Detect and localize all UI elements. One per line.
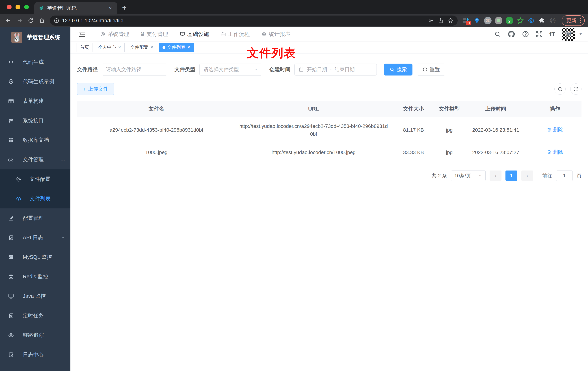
current-page[interactable]: 1 xyxy=(505,170,517,181)
pagination: 共 2 条 10条/页 ﹀ ‹ 1 › 前往 页 xyxy=(77,170,581,181)
password-key-icon[interactable] xyxy=(428,18,434,23)
bookmark-star-icon[interactable] xyxy=(448,18,454,24)
extension-recorder-icon[interactable] xyxy=(494,16,503,25)
table-refresh-icon[interactable] xyxy=(570,84,581,95)
home-icon[interactable] xyxy=(37,16,47,26)
eye-icon xyxy=(8,332,14,338)
extension-y-icon[interactable]: y xyxy=(505,16,514,25)
next-page-button[interactable]: › xyxy=(521,170,533,181)
shield-check-icon xyxy=(8,79,14,85)
cell-size: 33.33 KB xyxy=(391,143,436,162)
address-bar[interactable]: 127.0.0.1:1024/infra/file/file xyxy=(50,16,458,26)
delete-button[interactable]: 删除 xyxy=(547,148,563,156)
tag-home[interactable]: 首页 xyxy=(77,43,93,52)
extension-pin-icon[interactable] xyxy=(473,16,481,25)
extension-workona-icon[interactable]: 11 xyxy=(462,16,470,25)
date-start-placeholder[interactable]: 开始日期 xyxy=(307,66,327,73)
extension-star-icon[interactable] xyxy=(516,16,525,25)
cloud-download-icon xyxy=(8,157,14,163)
sidebar-item-mysql-monitor[interactable]: MySQL 监控 xyxy=(0,247,70,267)
sidebar-item-tracing[interactable]: 链路追踪 xyxy=(0,326,70,345)
tag-profile[interactable]: 个人中心✕ xyxy=(95,43,125,52)
help-icon[interactable] xyxy=(522,31,529,38)
close-icon[interactable]: ✕ xyxy=(118,45,121,50)
sidebar-item-system-api[interactable]: 系统接口 xyxy=(0,111,70,130)
plus-icon: + xyxy=(83,86,86,92)
reset-button[interactable]: 重置 xyxy=(417,64,445,75)
fullscreen-icon[interactable] xyxy=(536,31,543,38)
file-type-select[interactable]: 请选择文件类型 ﹀ xyxy=(199,64,262,75)
extension-emoji-icon[interactable]: 😃 xyxy=(549,16,557,25)
nav-workflow[interactable]: 工作流程 xyxy=(215,27,255,41)
monitor-check-icon xyxy=(180,32,185,37)
sidebar-menu: 代码生成 代码生成示例 表单构建 系统接口 数据库文档 文件管理 ︿ xyxy=(0,52,70,364)
font-size-icon[interactable]: tT xyxy=(549,31,555,38)
file-path-input[interactable] xyxy=(106,67,163,73)
tag-file-list[interactable]: 文件列表✕ xyxy=(159,43,194,52)
app-navbar: 系统管理 ¥ 支付管理 基础设施 工作流程 统计报表 xyxy=(70,27,588,41)
maximize-window-button[interactable] xyxy=(24,5,29,9)
browser-update-button[interactable]: 更新 xyxy=(562,15,585,26)
sidebar-item-api-log[interactable]: API 日志 ﹀ xyxy=(0,228,70,247)
col-url: URL xyxy=(236,101,391,117)
table-search-icon[interactable] xyxy=(554,84,566,95)
sidebar-item-code-demo[interactable]: 代码生成示例 xyxy=(0,72,70,91)
close-icon[interactable]: ✕ xyxy=(150,45,153,50)
sidebar-item-config-mgmt[interactable]: 配置管理 xyxy=(0,208,70,228)
sidebar-logo[interactable]: 🐰 芋道管理系统 xyxy=(0,27,70,48)
prev-page-button[interactable]: ‹ xyxy=(490,170,502,181)
delete-button[interactable]: 删除 xyxy=(547,126,563,134)
date-range-field[interactable]: 开始日期 - 结束日期 xyxy=(294,64,377,75)
sidebar-item-log-center[interactable]: 日志中心 xyxy=(0,345,70,364)
sidebar-item-form-builder[interactable]: 表单构建 xyxy=(0,91,70,111)
avatar[interactable]: 😼 xyxy=(562,28,575,41)
refresh-icon xyxy=(422,67,428,72)
filter-bar: 文件路径 文件类型 请选择文件类型 ﹀ 创建时间 开始日期 - 结束日期 xyxy=(77,64,581,75)
extension-icons: 11 ⌘ y 😃 xyxy=(461,16,558,25)
gear-icon xyxy=(16,176,22,182)
date-end-placeholder[interactable]: 结束日期 xyxy=(335,66,355,73)
github-icon[interactable] xyxy=(507,30,515,38)
extension-badge: 11 xyxy=(466,21,471,25)
minimize-window-button[interactable] xyxy=(16,5,20,9)
site-info-icon[interactable] xyxy=(54,18,59,23)
nav-payment-mgmt[interactable]: ¥ 支付管理 xyxy=(136,27,174,41)
extension-eye-icon[interactable] xyxy=(527,16,535,25)
sidebar-item-java-monitor[interactable]: Java 监控 xyxy=(0,286,70,306)
tab-close-icon[interactable]: × xyxy=(108,5,113,11)
search-icon[interactable] xyxy=(494,31,501,38)
new-tab-button[interactable]: + xyxy=(122,4,127,11)
file-path-field[interactable] xyxy=(102,64,167,75)
browser-menu-icon[interactable] xyxy=(580,18,581,23)
forward-icon[interactable] xyxy=(14,16,25,26)
upload-file-button[interactable]: + 上传文件 xyxy=(77,83,114,95)
search-button[interactable]: 搜索 xyxy=(384,64,412,75)
nav-reports[interactable]: 统计报表 xyxy=(256,27,296,41)
avatar-dropdown-icon[interactable]: ▼ xyxy=(579,32,583,36)
navbar-right-tools: tT 😼 ▼ xyxy=(494,28,583,41)
close-window-button[interactable] xyxy=(7,5,11,9)
tag-file-config[interactable]: 文件配置✕ xyxy=(127,43,157,52)
close-icon[interactable]: ✕ xyxy=(187,45,190,50)
page-size-select[interactable]: 10条/页 ﹀ xyxy=(451,170,486,181)
sidebar-item-db-doc[interactable]: 数据库文档 xyxy=(0,130,70,150)
goto-page-input[interactable] xyxy=(556,170,573,181)
sidebar-toggle-icon[interactable] xyxy=(74,31,90,38)
nav-system-mgmt[interactable]: 系统管理 xyxy=(95,27,135,41)
sidebar-item-redis-monitor[interactable]: Redis 监控 xyxy=(0,267,70,286)
sidebar-item-file-list[interactable]: 文件列表 xyxy=(0,189,70,208)
tags-view: 首页 个人中心✕ 文件配置✕ 文件列表✕ xyxy=(70,41,588,53)
browser-tab[interactable]: 芋道管理系统 × xyxy=(34,2,117,14)
back-icon[interactable] xyxy=(3,16,13,26)
url-text[interactable]: 127.0.0.1:1024/infra/file/file xyxy=(62,18,424,23)
sidebar-item-file-mgmt[interactable]: 文件管理 ︿ xyxy=(0,150,70,170)
sidebar-item-file-config[interactable]: 文件配置 xyxy=(0,170,70,189)
reload-icon[interactable] xyxy=(26,16,36,26)
sidebar-item-scheduled-tasks[interactable]: 定时任务 xyxy=(0,306,70,326)
sidebar-item-code-gen[interactable]: 代码生成 xyxy=(0,52,70,72)
extension-command-icon[interactable]: ⌘ xyxy=(484,16,492,25)
extension-puzzle-icon[interactable] xyxy=(538,16,546,25)
share-icon[interactable] xyxy=(438,18,443,23)
col-action: 操作 xyxy=(529,101,581,117)
nav-infrastructure[interactable]: 基础设施 xyxy=(174,27,214,41)
